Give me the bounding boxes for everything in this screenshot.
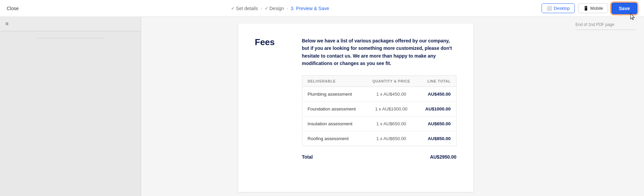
pdf-page-label: End of 2nd PDF page: [575, 22, 639, 27]
total-row: Total AU$2950.00: [302, 149, 457, 160]
header: Close ✓ Set details › ✓ Design › 3. Prev…: [0, 0, 644, 17]
step-preview-save: 3. Preview & Save: [291, 6, 329, 11]
cell-quantity-price: 1 x AU$450.00: [365, 87, 417, 101]
cell-line-total: AU$1000.00: [417, 101, 456, 116]
menu-icon[interactable]: ≡: [5, 21, 8, 27]
cell-quantity-price: 1 x AU$650.00: [365, 116, 417, 131]
sidebar-divider-line: [37, 38, 104, 38]
cell-deliverable: Insulation assessment: [302, 116, 365, 131]
mobile-view-button[interactable]: 📱 Mobile: [578, 3, 608, 13]
save-button[interactable]: Save: [611, 3, 637, 14]
fees-title: Fees: [255, 37, 289, 47]
cell-line-total: AU$450.00: [417, 87, 456, 101]
sidebar-toolbar: ≡: [0, 17, 141, 31]
check-icon-1: ✓: [231, 6, 234, 11]
fees-right: Below we have a list of various packages…: [302, 37, 457, 160]
col-quantity-price: QUANTITY & PRICE: [365, 75, 417, 87]
mobile-icon: 📱: [583, 6, 589, 11]
fees-table: DELIVERABLE QUANTITY & PRICE LINE TOTAL …: [302, 75, 457, 146]
table-row: Roofing assessment1 x AU$850.00AU$850.00: [302, 131, 456, 146]
fees-section: Fees Below we have a list of various pac…: [255, 37, 457, 160]
table-row: Foundation assessment1 x AU$1000.00AU$10…: [302, 101, 456, 116]
main-layout: ≡ Fees Below we have a list of various p…: [0, 17, 644, 196]
total-label: Total: [302, 154, 313, 160]
cell-quantity-price: 1 x AU$850.00: [365, 131, 417, 146]
step-design: ✓ Design: [265, 6, 284, 11]
content-area: Fees Below we have a list of various pac…: [141, 17, 644, 196]
col-deliverable: DELIVERABLE: [302, 75, 365, 87]
sidebar: ≡: [0, 17, 141, 196]
header-left: Close: [7, 6, 19, 11]
check-icon-2: ✓: [265, 6, 268, 11]
right-panel: End of 2nd PDF page: [570, 17, 644, 196]
col-line-total: LINE TOTAL: [417, 75, 456, 87]
total-amount: AU$2950.00: [430, 154, 457, 160]
table-header-row: DELIVERABLE QUANTITY & PRICE LINE TOTAL: [302, 75, 456, 87]
cell-deliverable: Plumbing assessment: [302, 87, 365, 101]
step-set-details: ✓ Set details: [231, 6, 258, 11]
separator-1: ›: [261, 6, 262, 11]
pdf-page-divider: [575, 30, 636, 30]
fees-description: Below we have a list of various packages…: [302, 37, 457, 67]
cell-quantity-price: 1 x AU$1000.00: [365, 101, 417, 116]
separator-2: ›: [287, 6, 288, 11]
table-row: Plumbing assessment1 x AU$450.00AU$450.0…: [302, 87, 456, 101]
header-right: ⬜ Desktop 📱 Mobile Save: [542, 3, 637, 14]
cell-deliverable: Foundation assessment: [302, 101, 365, 116]
table-row: Insulation assessment1 x AU$650.00AU$650…: [302, 116, 456, 131]
cell-line-total: AU$650.00: [417, 116, 456, 131]
cell-line-total: AU$850.00: [417, 131, 456, 146]
breadcrumb: ✓ Set details › ✓ Design › 3. Preview & …: [231, 6, 329, 11]
desktop-icon: ⬜: [547, 6, 552, 11]
cell-deliverable: Roofing assessment: [302, 131, 365, 146]
desktop-view-button[interactable]: ⬜ Desktop: [542, 3, 575, 13]
sidebar-content: [0, 31, 141, 196]
page-content: Fees Below we have a list of various pac…: [238, 24, 473, 192]
close-button[interactable]: Close: [7, 6, 19, 11]
